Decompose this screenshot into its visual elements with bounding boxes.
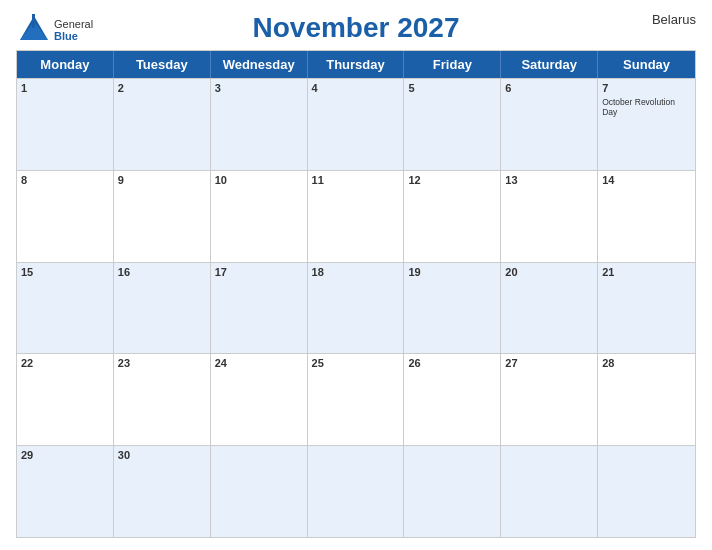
day-number: 13 [505,174,593,187]
day-cell-3-4: 18 [308,263,405,354]
day-cell-2-3: 10 [211,171,308,262]
day-number: 25 [312,357,400,370]
day-cell-1-1: 1 [17,79,114,170]
day-number: 9 [118,174,206,187]
day-cell-1-4: 4 [308,79,405,170]
day-cell-3-3: 17 [211,263,308,354]
header-thursday: Thursday [308,51,405,78]
day-cell-2-2: 9 [114,171,211,262]
title-block: November 2027 [252,12,459,44]
day-number: 26 [408,357,496,370]
day-cell-4-5: 26 [404,354,501,445]
week-row-3: 15161718192021 [17,262,695,354]
day-number: 15 [21,266,109,279]
day-cell-4-3: 24 [211,354,308,445]
calendar-title: November 2027 [252,12,459,44]
day-cell-3-6: 20 [501,263,598,354]
day-number: 1 [21,82,109,95]
day-cell-4-4: 25 [308,354,405,445]
day-cell-1-2: 2 [114,79,211,170]
day-cell-1-7: 7October Revolution Day [598,79,695,170]
day-number: 19 [408,266,496,279]
day-number: 3 [215,82,303,95]
header-monday: Monday [17,51,114,78]
day-number: 30 [118,449,206,462]
day-cell-2-7: 14 [598,171,695,262]
day-cell-2-6: 13 [501,171,598,262]
day-cell-1-3: 3 [211,79,308,170]
day-number: 14 [602,174,691,187]
header-wednesday: Wednesday [211,51,308,78]
day-cell-3-7: 21 [598,263,695,354]
country-label: Belarus [652,12,696,27]
logo-blue-text: Blue [54,30,93,42]
day-number: 7 [602,82,691,95]
calendar-body: 1234567October Revolution Day89101112131… [17,78,695,537]
day-number: 17 [215,266,303,279]
day-cell-1-5: 5 [404,79,501,170]
day-number: 20 [505,266,593,279]
header-friday: Friday [404,51,501,78]
week-row-5: 2930 [17,445,695,537]
day-cell-3-1: 15 [17,263,114,354]
day-number: 21 [602,266,691,279]
day-number: 16 [118,266,206,279]
logo: General Blue [16,12,93,42]
day-cell-4-1: 22 [17,354,114,445]
week-row-2: 891011121314 [17,170,695,262]
day-number: 29 [21,449,109,462]
day-number: 12 [408,174,496,187]
day-cell-2-4: 11 [308,171,405,262]
day-number: 22 [21,357,109,370]
day-cell-4-7: 28 [598,354,695,445]
day-number: 8 [21,174,109,187]
week-row-1: 1234567October Revolution Day [17,78,695,170]
header-saturday: Saturday [501,51,598,78]
day-number: 23 [118,357,206,370]
day-cell-4-6: 27 [501,354,598,445]
page: General Blue November 2027 Belarus Monda… [0,0,712,550]
day-cell-5-3 [211,446,308,537]
logo-text: General Blue [54,18,93,42]
day-cell-3-5: 19 [404,263,501,354]
day-number: 2 [118,82,206,95]
header-sunday: Sunday [598,51,695,78]
holiday-text: October Revolution Day [602,97,691,117]
day-cell-5-6 [501,446,598,537]
logo-general-text: General [54,18,93,30]
day-number: 4 [312,82,400,95]
day-cell-4-2: 23 [114,354,211,445]
svg-rect-2 [32,14,35,28]
day-number: 24 [215,357,303,370]
day-number: 11 [312,174,400,187]
day-number: 27 [505,357,593,370]
day-number: 10 [215,174,303,187]
day-cell-1-6: 6 [501,79,598,170]
day-cell-5-5 [404,446,501,537]
day-cell-5-4 [308,446,405,537]
day-cell-3-2: 16 [114,263,211,354]
day-number: 6 [505,82,593,95]
day-cell-2-5: 12 [404,171,501,262]
logo-icon [16,12,52,42]
header: General Blue November 2027 Belarus [16,12,696,44]
day-headers: Monday Tuesday Wednesday Thursday Friday… [17,51,695,78]
week-row-4: 22232425262728 [17,353,695,445]
header-tuesday: Tuesday [114,51,211,78]
day-number: 5 [408,82,496,95]
day-cell-2-1: 8 [17,171,114,262]
day-cell-5-1: 29 [17,446,114,537]
day-number: 28 [602,357,691,370]
day-number: 18 [312,266,400,279]
calendar: Monday Tuesday Wednesday Thursday Friday… [16,50,696,538]
day-cell-5-2: 30 [114,446,211,537]
day-cell-5-7 [598,446,695,537]
